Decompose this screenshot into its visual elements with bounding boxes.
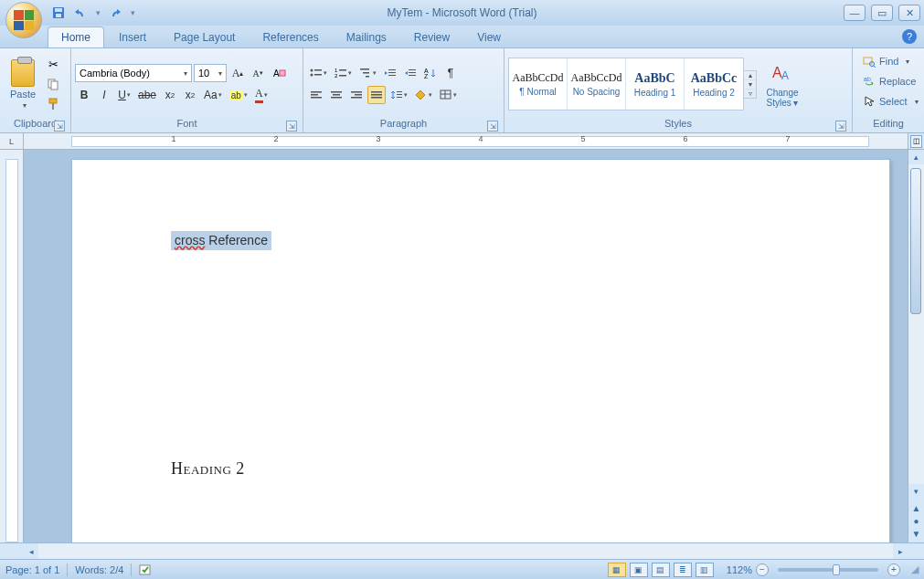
decrease-indent-button[interactable] bbox=[381, 64, 399, 82]
superscript-button[interactable]: x2 bbox=[181, 86, 199, 104]
font-launcher-icon[interactable]: ⇲ bbox=[286, 121, 297, 132]
full-screen-view-button[interactable]: ▣ bbox=[630, 563, 648, 577]
redo-icon[interactable] bbox=[108, 5, 122, 20]
dropdown-icon[interactable]: ▾ bbox=[95, 8, 101, 17]
copy-icon[interactable] bbox=[46, 77, 60, 91]
help-icon[interactable]: ? bbox=[902, 29, 917, 44]
change-styles-button[interactable]: AA Change Styles ▾ bbox=[760, 60, 804, 108]
horizontal-ruler[interactable]: 1234567 bbox=[24, 133, 908, 149]
svg-rect-38 bbox=[371, 94, 382, 96]
minimize-button[interactable]: — bbox=[844, 5, 866, 21]
svg-rect-42 bbox=[397, 97, 402, 98]
svg-text:Z: Z bbox=[424, 73, 429, 79]
clear-formatting-button[interactable]: A bbox=[269, 64, 289, 82]
font-color-button[interactable]: A▾ bbox=[252, 86, 271, 104]
line-spacing-button[interactable]: ▾ bbox=[388, 86, 410, 104]
svg-rect-5 bbox=[49, 99, 57, 103]
style-heading-2[interactable]: AaBbCc Heading 2 bbox=[685, 58, 743, 110]
find-button[interactable]: Find▾ bbox=[858, 52, 923, 70]
tab-page-layout[interactable]: Page Layout bbox=[161, 27, 248, 47]
font-name-combo[interactable]: Cambria (Body)▾ bbox=[75, 64, 192, 82]
highlight-button[interactable]: ab▾ bbox=[227, 86, 250, 104]
group-label-editing: Editing bbox=[856, 118, 920, 132]
zoom-level[interactable]: 112% bbox=[727, 564, 752, 575]
qat-customize-icon[interactable]: ▾ bbox=[130, 8, 135, 17]
strikethrough-button[interactable]: abe bbox=[135, 86, 159, 104]
align-right-button[interactable] bbox=[347, 86, 366, 104]
gallery-expand-icon[interactable]: ▿ bbox=[744, 89, 756, 98]
borders-button[interactable]: ▾ bbox=[437, 86, 460, 104]
style-heading-1[interactable]: AaBbC Heading 1 bbox=[626, 58, 685, 110]
outline-view-button[interactable]: ≣ bbox=[674, 563, 692, 577]
select-button[interactable]: Select▾ bbox=[858, 92, 923, 111]
show-hide-button[interactable]: ¶ bbox=[441, 64, 460, 82]
zoom-slider[interactable] bbox=[778, 568, 878, 572]
draft-view-button[interactable]: ▥ bbox=[696, 563, 714, 577]
maximize-button[interactable]: ▭ bbox=[871, 5, 893, 21]
close-button[interactable]: ✕ bbox=[898, 5, 920, 21]
replace-button[interactable]: ab Replace bbox=[858, 72, 923, 90]
zoom-out-button[interactable]: − bbox=[756, 563, 769, 576]
scroll-up-icon[interactable]: ▴ bbox=[908, 150, 924, 164]
status-page[interactable]: Page: 1 of 1 bbox=[5, 564, 59, 575]
office-button[interactable] bbox=[5, 2, 42, 38]
italic-button[interactable]: I bbox=[95, 86, 113, 104]
quick-access-toolbar: ▾ ▾ bbox=[51, 5, 135, 20]
document-canvas[interactable]: cross Reference Heading 2 bbox=[24, 150, 908, 542]
previous-page-icon[interactable]: ▲ bbox=[910, 502, 923, 513]
subscript-button[interactable]: x2 bbox=[161, 86, 179, 104]
styles-launcher-icon[interactable]: ⇲ bbox=[835, 121, 846, 132]
vertical-scrollbar[interactable]: ▴ ▾ ▲ ● ▼ bbox=[908, 150, 924, 542]
sort-button[interactable]: AZ bbox=[421, 64, 440, 82]
tab-references[interactable]: References bbox=[250, 27, 331, 47]
underline-button[interactable]: U▾ bbox=[115, 86, 133, 104]
vertical-ruler[interactable] bbox=[0, 150, 24, 542]
gallery-up-icon[interactable]: ▴ bbox=[744, 71, 756, 80]
svg-rect-24 bbox=[409, 72, 416, 73]
svg-rect-40 bbox=[397, 91, 402, 92]
scroll-down-icon[interactable]: ▾ bbox=[908, 484, 924, 499]
status-words[interactable]: Words: 2/4 bbox=[75, 564, 123, 575]
browse-object-icon[interactable]: ● bbox=[910, 515, 923, 526]
change-case-button[interactable]: Aa▾ bbox=[201, 86, 225, 104]
style-no-spacing[interactable]: AaBbCcDd No Spacing bbox=[568, 58, 626, 110]
font-size-combo[interactable]: 10▾ bbox=[194, 64, 227, 82]
bold-button[interactable]: B bbox=[75, 86, 93, 104]
resize-grip-icon[interactable]: ◢ bbox=[911, 563, 919, 575]
zoom-in-button[interactable]: + bbox=[887, 563, 900, 576]
align-left-button[interactable] bbox=[307, 86, 325, 104]
justify-button[interactable] bbox=[367, 86, 386, 104]
multilevel-list-button[interactable]: ▾ bbox=[356, 64, 379, 82]
paste-button[interactable]: Paste ▾ bbox=[4, 52, 42, 116]
style-normal[interactable]: AaBbCcDd ¶ Normal bbox=[509, 58, 568, 110]
grow-font-button[interactable]: A▴ bbox=[228, 64, 247, 82]
proofing-icon[interactable] bbox=[139, 563, 154, 576]
style-gallery-more[interactable]: ▴ ▾ ▿ bbox=[744, 70, 757, 99]
shading-button[interactable]: ▾ bbox=[412, 86, 435, 104]
ruler-toggle-icon[interactable]: ◫ bbox=[910, 135, 922, 148]
undo-icon[interactable] bbox=[73, 5, 88, 20]
cut-icon[interactable]: ✂ bbox=[46, 57, 60, 71]
paragraph-launcher-icon[interactable]: ⇲ bbox=[487, 121, 498, 132]
format-painter-icon[interactable] bbox=[46, 97, 60, 111]
clipboard-launcher-icon[interactable]: ⇲ bbox=[54, 121, 65, 132]
tab-mailings[interactable]: Mailings bbox=[334, 27, 399, 47]
selected-text[interactable]: cross Reference bbox=[171, 231, 271, 250]
tab-home[interactable]: Home bbox=[48, 26, 104, 47]
horizontal-scrollbar[interactable]: ◂ ▸ bbox=[0, 542, 924, 559]
tab-selector[interactable]: L bbox=[0, 133, 24, 149]
numbering-button[interactable]: 12▾ bbox=[332, 64, 355, 82]
gallery-down-icon[interactable]: ▾ bbox=[744, 80, 756, 89]
save-icon[interactable] bbox=[51, 5, 66, 20]
align-center-button[interactable] bbox=[327, 86, 345, 104]
tab-review[interactable]: Review bbox=[401, 27, 462, 47]
increase-indent-button[interactable] bbox=[401, 64, 420, 82]
next-page-icon[interactable]: ▼ bbox=[910, 528, 923, 539]
print-layout-view-button[interactable]: ▦ bbox=[608, 563, 626, 577]
tab-view[interactable]: View bbox=[464, 27, 514, 47]
bullets-button[interactable]: ▾ bbox=[307, 64, 330, 82]
tab-insert[interactable]: Insert bbox=[106, 27, 159, 47]
shrink-font-button[interactable]: A▾ bbox=[249, 64, 267, 82]
web-layout-view-button[interactable]: ▤ bbox=[652, 563, 670, 577]
heading-text[interactable]: Heading 2 bbox=[171, 459, 245, 479]
